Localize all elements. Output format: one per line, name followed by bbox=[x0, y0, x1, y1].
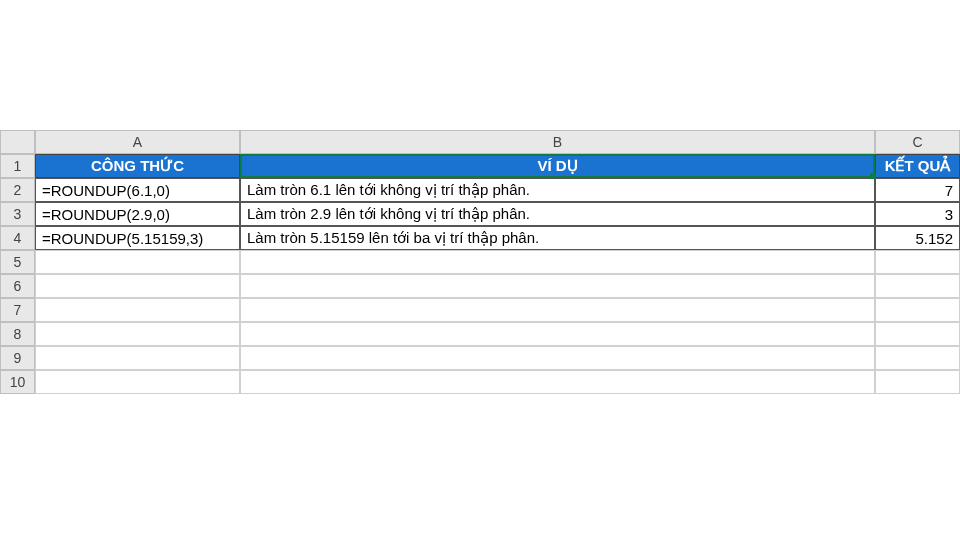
select-all-corner[interactable] bbox=[0, 130, 35, 154]
row-header-7[interactable]: 7 bbox=[0, 298, 35, 322]
row-header-4[interactable]: 4 bbox=[0, 226, 35, 250]
cell-a10[interactable] bbox=[35, 370, 240, 394]
cell-c9[interactable] bbox=[875, 346, 960, 370]
cell-a4[interactable]: =ROUNDUP(5.15159,3) bbox=[35, 226, 240, 250]
header-cell-c1[interactable]: KẾT QUẢ bbox=[875, 154, 960, 178]
cell-b2[interactable]: Làm tròn 6.1 lên tới không vị trí thập p… bbox=[240, 178, 875, 202]
cell-b7[interactable] bbox=[240, 298, 875, 322]
cell-c8[interactable] bbox=[875, 322, 960, 346]
cell-a5[interactable] bbox=[35, 250, 240, 274]
cell-b5[interactable] bbox=[240, 250, 875, 274]
spreadsheet-grid: A B C 1 CÔNG THỨC VÍ DỤ KẾT QUẢ 2 =ROUND… bbox=[0, 130, 960, 394]
row-header-6[interactable]: 6 bbox=[0, 274, 35, 298]
cell-c10[interactable] bbox=[875, 370, 960, 394]
header-cell-a1[interactable]: CÔNG THỨC bbox=[35, 154, 240, 178]
cell-a3[interactable]: =ROUNDUP(2.9,0) bbox=[35, 202, 240, 226]
col-header-a[interactable]: A bbox=[35, 130, 240, 154]
col-header-c[interactable]: C bbox=[875, 130, 960, 154]
cell-c4[interactable]: 5.152 bbox=[875, 226, 960, 250]
cell-b10[interactable] bbox=[240, 370, 875, 394]
row-header-8[interactable]: 8 bbox=[0, 322, 35, 346]
row-header-2[interactable]: 2 bbox=[0, 178, 35, 202]
cell-a2[interactable]: =ROUNDUP(6.1,0) bbox=[35, 178, 240, 202]
cell-b9[interactable] bbox=[240, 346, 875, 370]
cell-a6[interactable] bbox=[35, 274, 240, 298]
cell-c3[interactable]: 3 bbox=[875, 202, 960, 226]
cell-b3[interactable]: Làm tròn 2.9 lên tới không vị trí thập p… bbox=[240, 202, 875, 226]
cell-a8[interactable] bbox=[35, 322, 240, 346]
row-header-9[interactable]: 9 bbox=[0, 346, 35, 370]
row-header-1[interactable]: 1 bbox=[0, 154, 35, 178]
cell-c5[interactable] bbox=[875, 250, 960, 274]
cell-b6[interactable] bbox=[240, 274, 875, 298]
cell-c2[interactable]: 7 bbox=[875, 178, 960, 202]
row-header-3[interactable]: 3 bbox=[0, 202, 35, 226]
cell-b4[interactable]: Làm tròn 5.15159 lên tới ba vị trí thập … bbox=[240, 226, 875, 250]
cell-c6[interactable] bbox=[875, 274, 960, 298]
cell-b8[interactable] bbox=[240, 322, 875, 346]
cell-a9[interactable] bbox=[35, 346, 240, 370]
cell-c7[interactable] bbox=[875, 298, 960, 322]
col-header-b[interactable]: B bbox=[240, 130, 875, 154]
header-cell-b1[interactable]: VÍ DỤ bbox=[240, 154, 875, 178]
cell-a7[interactable] bbox=[35, 298, 240, 322]
row-header-5[interactable]: 5 bbox=[0, 250, 35, 274]
row-header-10[interactable]: 10 bbox=[0, 370, 35, 394]
